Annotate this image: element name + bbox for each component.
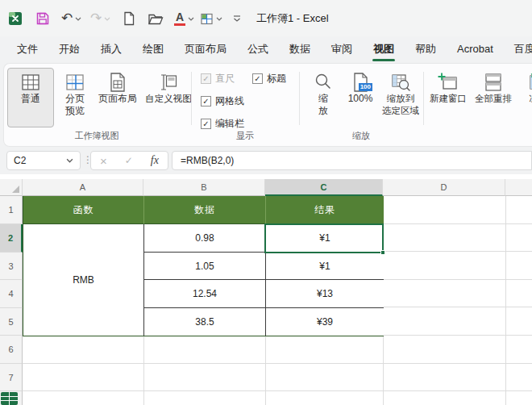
undo-button[interactable]: ↶ [61, 10, 81, 27]
tab-insert[interactable]: 插入 [90, 36, 132, 63]
group-label-workbook-views: 工作簿视图 [4, 130, 189, 142]
cell-C2[interactable]: ¥1 [266, 224, 384, 253]
overflow-chevron-icon [232, 15, 242, 23]
tab-review[interactable]: 审阅 [321, 36, 363, 63]
checkbox-ruler[interactable]: ✓ 直尺 [201, 72, 235, 86]
name-box-value: C2 [14, 155, 26, 166]
fill-handle[interactable] [380, 250, 385, 255]
active-tab-underline [372, 59, 395, 61]
formula-input[interactable]: =RMB(B2,0) [172, 151, 532, 170]
tab-formulas[interactable]: 公式 [237, 36, 279, 63]
cell-B3[interactable]: 1.05 [144, 253, 266, 280]
open-folder-icon [148, 12, 164, 26]
ribbon: 普通 分页 预览 页面布局 自定义视图 工作簿视图 ✓ 直尺 ✓ 标题 ✓ 网格… [3, 63, 532, 147]
formula-bar: C2 ⋮ × ✓ fx =RMB(B2,0) [0, 148, 532, 174]
cell-A1[interactable]: 函数 [23, 196, 144, 224]
window-title: 工作簿1 - Excel [256, 0, 329, 36]
cell-B2[interactable]: 0.98 [144, 224, 266, 253]
arrange-all-button[interactable]: 全部重排 [472, 68, 515, 106]
new-file-button[interactable] [123, 10, 135, 27]
cell-C3[interactable]: ¥1 [266, 253, 384, 280]
zoom-100-icon: 100 [351, 69, 369, 93]
column-header-D[interactable]: D [383, 179, 505, 196]
tab-data[interactable]: 数据 [279, 36, 321, 63]
row-header-3[interactable]: 3 [0, 253, 23, 280]
custom-views-button[interactable]: 自定义视图 [143, 68, 194, 106]
group-label-zoom: 缩放 [299, 130, 423, 142]
open-file-button[interactable] [148, 10, 164, 27]
new-window-button[interactable]: 新建窗口 [426, 68, 470, 106]
column-header-A[interactable]: A [23, 179, 143, 196]
tab-draw[interactable]: 绘图 [132, 36, 174, 63]
zoom-to-selection-button[interactable]: 缩放到 选定区域 [380, 68, 422, 118]
freeze-panes-button[interactable]: 冻结 [517, 68, 532, 106]
row-header-1[interactable]: 1 [0, 196, 23, 224]
normal-view-icon [20, 69, 41, 93]
save-button[interactable] [35, 10, 50, 27]
zoom-100-button[interactable]: 100 100% [343, 68, 378, 106]
chevron-down-icon [104, 17, 110, 21]
cancel-icon[interactable]: × [100, 154, 107, 168]
tab-file[interactable]: 文件 [6, 36, 48, 63]
redo-button[interactable]: ↷ [90, 10, 110, 27]
page-layout-view-button[interactable]: 页面布局 [94, 68, 141, 106]
page-break-preview-button[interactable]: 分页 预览 [56, 68, 94, 118]
checkbox-gridlines[interactable]: ✓ 网格线 [201, 94, 244, 108]
spreadsheet-grid[interactable]: A B C D 1 2 3 4 5 6 7 8 函数 数据 结果 RMB 0.9… [0, 174, 532, 405]
font-color-button[interactable]: A [174, 10, 194, 27]
checkbox-checked-icon: ✓ [201, 96, 211, 106]
tab-page-layout[interactable]: 页面布局 [174, 36, 237, 63]
row-header-7[interactable]: 7 [0, 364, 23, 391]
custom-views-icon [158, 69, 179, 93]
row-header-5[interactable]: 5 [0, 308, 23, 336]
group-separator [191, 72, 192, 125]
cell-C5[interactable]: ¥39 [266, 308, 384, 336]
qat-overflow-button[interactable] [232, 10, 242, 27]
cell-B5[interactable]: 38.5 [144, 308, 266, 336]
select-all-corner[interactable] [0, 179, 23, 196]
row-header-4[interactable]: 4 [0, 280, 23, 308]
new-window-icon [438, 69, 459, 93]
cell-B1[interactable]: 数据 [144, 196, 266, 224]
tab-home[interactable]: 开始 [48, 36, 90, 63]
chevron-down-icon [66, 158, 73, 163]
checkbox-checked-icon: ✓ [201, 73, 211, 84]
checkbox-checked-icon: ✓ [201, 119, 211, 129]
column-header-B[interactable]: B [143, 179, 265, 196]
row-header-2[interactable]: 2 [0, 224, 23, 253]
column-header-E-partial[interactable] [505, 179, 532, 196]
redo-icon: ↷ [90, 10, 102, 27]
cell-C1[interactable]: 结果 [266, 196, 384, 224]
zoom-button[interactable]: 缩 放 [309, 68, 338, 118]
group-label-show: 显示 [191, 130, 299, 142]
checkbox-headings[interactable]: ✓ 标题 [252, 72, 286, 86]
tab-help[interactable]: 帮助 [405, 36, 447, 63]
borders-icon [200, 12, 214, 26]
row-header-6[interactable]: 6 [0, 336, 23, 364]
new-file-icon [123, 11, 135, 26]
zoom-icon [313, 69, 334, 93]
tab-baidu-netdisk[interactable]: 百度网盘 [504, 36, 532, 63]
insert-function-icon[interactable]: fx [151, 154, 159, 167]
data-table: 函数 数据 结果 RMB 0.98 ¥1 1.05 ¥1 12.54 ¥13 3… [23, 196, 384, 336]
checkbox-formula-bar[interactable]: ✓ 编辑栏 [201, 117, 244, 131]
excel-grid-overlay-icon[interactable] [1, 392, 18, 405]
enter-icon[interactable]: ✓ [125, 155, 133, 166]
font-color-icon: A [174, 12, 185, 26]
chevron-down-icon [216, 17, 222, 21]
chevron-down-icon [75, 17, 81, 21]
excel-logo-icon [8, 10, 23, 27]
page-break-preview-icon [64, 69, 85, 93]
borders-button[interactable] [200, 10, 222, 27]
tab-acrobat[interactable]: Acrobat [447, 36, 504, 63]
chevron-down-icon [188, 17, 194, 21]
column-header-C[interactable]: C [265, 179, 383, 196]
name-box[interactable]: C2 [6, 151, 81, 170]
cell-A2-A5-merged[interactable]: RMB [23, 224, 144, 336]
cell-C4[interactable]: ¥13 [266, 280, 384, 308]
arrange-all-icon [483, 69, 504, 93]
cell-B4[interactable]: 12.54 [144, 280, 266, 308]
group-separator [423, 72, 424, 125]
normal-view-button[interactable]: 普通 [7, 68, 54, 127]
tab-view[interactable]: 视图 [363, 36, 405, 63]
